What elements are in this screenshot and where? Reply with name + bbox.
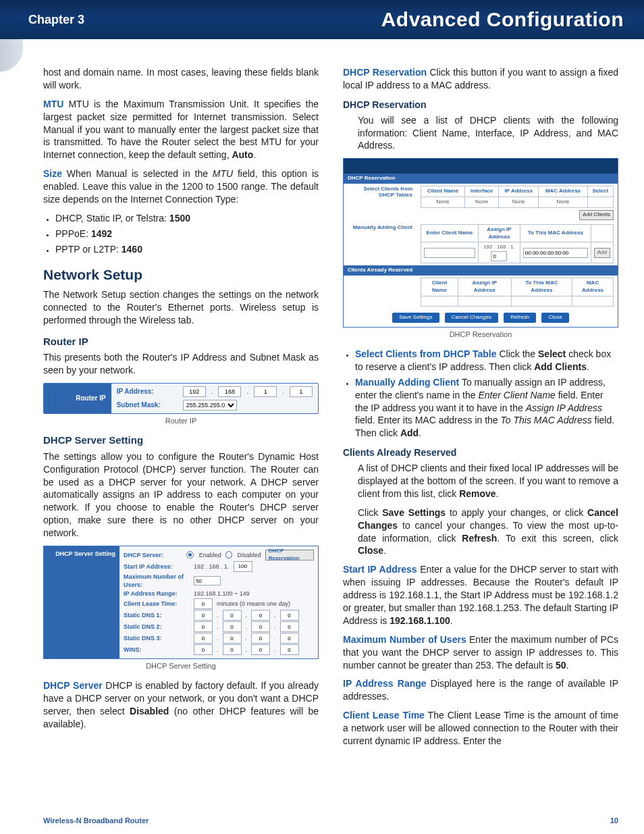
dns-octet-input[interactable] [280,633,299,644]
term-dhcp-reservation: DHCP Reservation [343,67,427,78]
text: minutes (0 means one day) [217,600,290,608]
fig-side-label: Manually Adding Client [344,222,417,265]
text: MTU is the Maximum Transmission Unit. It… [43,99,319,161]
text-bold: Select [538,348,566,359]
ip-octet-input[interactable] [290,386,313,397]
dns-octet-input[interactable] [194,610,213,621]
radio-disabled[interactable] [225,551,232,558]
ip-octet-input[interactable] [254,386,277,397]
table-header: Client Name [421,278,458,296]
chapter-header: Chapter 3 Advanced Configuration [0,0,644,39]
text-bold: Add [400,427,419,438]
table-header: Interface [465,186,499,197]
term-start-ip: Start IP Address [343,564,417,575]
para-mtu: MTU MTU is the Maximum Transmission Unit… [43,98,319,161]
fig-strip: DHCP Reservation [344,174,618,184]
table-header: Select [587,186,613,197]
table-cell: None [499,197,539,207]
client-name-input[interactable] [424,248,475,258]
text: . [496,488,499,499]
heading-dhcp-reservation: DHCP Reservation [343,99,618,111]
field-label: Static DNS 1: [124,611,190,619]
start-ip-input[interactable] [234,561,252,572]
dhcp-clients-table: Client Name Interface IP Address MAC Add… [421,186,614,208]
para-ns-intro: The Network Setup section changes the se… [43,288,319,327]
para-intro: host and domain name. In most cases, lea… [43,66,319,92]
dialog-buttons: Save Settings Cancel Changes Refresh Clo… [344,313,618,323]
ip-octet-input[interactable] [183,386,206,397]
text-italic: To This MAC Address [501,415,592,425]
field-label: Maximum Number of Users: [124,573,190,589]
figure-caption: DHCP Reservation [343,330,618,340]
term-select-clients: Select Clients from DHCP Table [355,348,497,359]
manual-add-table: Enter Client Name Assign IP Address To T… [421,224,614,263]
dns-octet-input[interactable] [251,621,270,632]
text-bold: 1460 [122,244,142,255]
table-cell: None [465,197,499,207]
radio-enabled[interactable] [186,551,194,558]
table-header: Enter Client Name [421,224,479,242]
assign-ip-input[interactable] [491,251,507,261]
para-lease-time: Client Lease Time The Client Lease Time … [343,709,618,748]
lease-time-input[interactable] [194,598,213,609]
term-ip-range: IP Address Range [343,678,427,689]
body-columns: host and domain name. In most cases, lea… [0,54,644,806]
add-clients-button[interactable]: Add Clients [579,210,614,220]
dhcp-reservation-button[interactable]: DHCP Reservation [265,550,314,561]
page-footer: Wireless-N Broadband Router 10 [0,816,644,825]
text-bold: Auto [232,149,253,160]
wins-octet-input[interactable] [251,644,270,655]
save-settings-button[interactable]: Save Settings [392,313,439,323]
dns-octet-input[interactable] [194,633,213,644]
field-label: DHCP Server: [124,551,182,559]
dns-octet-input[interactable] [223,610,242,621]
field-label: Start IP Address: [124,563,190,571]
text: DHCP, Static IP, or Telstra: [55,213,169,224]
figure-caption: Router IP [43,416,319,426]
ip-octet-input[interactable] [218,386,241,397]
table-row: 192 . 168 . 1. Add [421,242,614,263]
text: Click [358,507,382,518]
figure-router-ip: Router IP IP Address: . . . Subnet Mask:… [43,383,319,414]
dns-octet-input[interactable] [194,621,213,632]
reserved-clients-table: Client Name Assign IP Address To This MA… [421,278,614,307]
text-bold: Add Clients [534,361,587,372]
max-users-input[interactable] [194,576,221,585]
field-label: WINS: [124,646,190,654]
dns-octet-input[interactable] [251,633,270,644]
text-italic: Enter Client Name [478,390,555,400]
dns-octet-input[interactable] [280,610,299,621]
fig-side-label: Router IP [44,384,111,413]
list-item: PPPoE: 1492 [55,228,319,240]
para-size: Size When Manual is selected in the MTU … [43,167,319,206]
cancel-changes-button[interactable]: Cancel Changes [445,313,498,323]
wins-octet-input[interactable] [223,644,242,655]
dns-octet-input[interactable] [280,621,299,632]
dns-octet-input[interactable] [251,610,270,621]
para-start-ip: Start IP Address Enter a value for the D… [343,563,618,627]
text: 192.168.1.100 ~ 149 [194,590,250,598]
mac-address-input[interactable] [523,248,588,258]
close-button[interactable]: Close [541,313,568,323]
table-cell: None [421,197,465,207]
para-max-users: Maximum Number of Users Enter the maximu… [343,633,618,672]
dns-octet-input[interactable] [223,633,242,644]
text: Enabled [199,551,221,559]
text: to apply your changes, or click [446,507,587,518]
chapter-label: Chapter 3 [28,13,84,27]
wins-octet-input[interactable] [280,644,299,655]
para-dhcp-server: DHCP Server DHCP is enabled by factory d… [43,679,319,731]
subnet-mask-select[interactable]: 255.255.255.0 [183,400,237,411]
table-row [421,296,614,307]
term-lease-time: Client Lease Time [343,710,425,721]
fig-strip: Clients Already Reserved [344,265,618,276]
add-button[interactable]: Add [594,248,610,258]
page-title: Advanced Configuration [381,8,624,31]
text: PPPoE: [55,228,91,239]
wins-octet-input[interactable] [194,644,213,655]
text: 192 . 168 . 1. [483,244,515,250]
refresh-button[interactable]: Refresh [504,313,536,323]
text-bold: Refresh [462,533,497,544]
text: . [383,545,386,556]
dns-octet-input[interactable] [223,621,242,632]
